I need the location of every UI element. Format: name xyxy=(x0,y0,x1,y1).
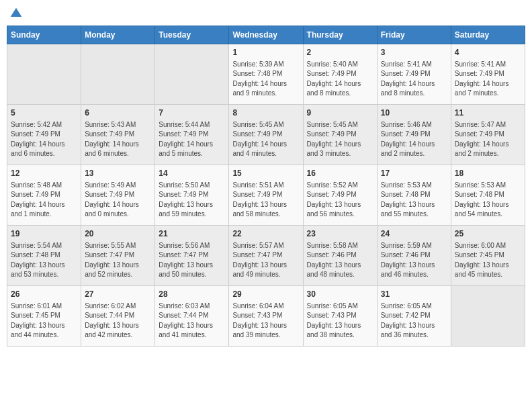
calendar-cell: 26Sunrise: 6:01 AM Sunset: 7:45 PM Dayli… xyxy=(7,286,81,347)
day-number: 29 xyxy=(232,289,299,300)
day-content: Sunrise: 5:50 AM Sunset: 7:49 PM Dayligh… xyxy=(159,181,225,220)
day-number: 24 xyxy=(381,228,447,240)
day-number: 11 xyxy=(455,107,521,119)
day-content: Sunrise: 5:40 AM Sunset: 7:49 PM Dayligh… xyxy=(307,60,373,99)
calendar-cell: 14Sunrise: 5:50 AM Sunset: 7:49 PM Dayli… xyxy=(155,165,229,226)
calendar-week-row: 19Sunrise: 5:54 AM Sunset: 7:48 PM Dayli… xyxy=(7,226,525,286)
weekday-header-row: SundayMondayTuesdayWednesdayThursdayFrid… xyxy=(7,26,525,44)
weekday-header-sunday: Sunday xyxy=(7,26,81,44)
calendar-cell: 24Sunrise: 5:59 AM Sunset: 7:46 PM Dayli… xyxy=(377,226,451,286)
calendar-cell: 27Sunrise: 6:02 AM Sunset: 7:44 PM Dayli… xyxy=(81,286,155,347)
weekday-header-tuesday: Tuesday xyxy=(155,26,229,44)
day-content: Sunrise: 5:55 AM Sunset: 7:47 PM Dayligh… xyxy=(85,241,151,280)
day-content: Sunrise: 5:39 AM Sunset: 7:48 PM Dayligh… xyxy=(232,60,299,99)
day-number: 27 xyxy=(85,289,151,300)
day-content: Sunrise: 5:54 AM Sunset: 7:48 PM Dayligh… xyxy=(11,241,77,280)
day-content: Sunrise: 5:49 AM Sunset: 7:49 PM Dayligh… xyxy=(85,181,151,220)
calendar-cell: 11Sunrise: 5:47 AM Sunset: 7:49 PM Dayli… xyxy=(451,105,525,165)
day-number: 14 xyxy=(159,168,225,179)
day-content: Sunrise: 5:52 AM Sunset: 7:49 PM Dayligh… xyxy=(307,181,373,220)
calendar-cell: 9Sunrise: 5:45 AM Sunset: 7:49 PM Daylig… xyxy=(303,105,377,165)
calendar-cell: 8Sunrise: 5:45 AM Sunset: 7:49 PM Daylig… xyxy=(229,105,303,165)
day-number: 25 xyxy=(455,228,521,240)
calendar-week-row: 1Sunrise: 5:39 AM Sunset: 7:48 PM Daylig… xyxy=(7,44,525,105)
day-number: 20 xyxy=(85,228,151,240)
weekday-header-thursday: Thursday xyxy=(303,26,377,44)
day-number: 10 xyxy=(381,107,447,119)
calendar-cell: 22Sunrise: 5:57 AM Sunset: 7:47 PM Dayli… xyxy=(229,226,303,286)
day-content: Sunrise: 5:51 AM Sunset: 7:49 PM Dayligh… xyxy=(232,181,299,220)
calendar-cell: 6Sunrise: 5:43 AM Sunset: 7:49 PM Daylig… xyxy=(81,105,155,165)
calendar-cell: 20Sunrise: 5:55 AM Sunset: 7:47 PM Dayli… xyxy=(81,226,155,286)
day-content: Sunrise: 6:05 AM Sunset: 7:43 PM Dayligh… xyxy=(307,302,373,340)
calendar-cell: 7Sunrise: 5:44 AM Sunset: 7:49 PM Daylig… xyxy=(155,105,229,165)
day-number: 2 xyxy=(307,47,373,58)
calendar-cell: 4Sunrise: 5:41 AM Sunset: 7:49 PM Daylig… xyxy=(451,44,525,105)
day-number: 30 xyxy=(307,289,373,300)
day-content: Sunrise: 5:59 AM Sunset: 7:46 PM Dayligh… xyxy=(381,241,447,280)
calendar-week-row: 5Sunrise: 5:42 AM Sunset: 7:49 PM Daylig… xyxy=(7,105,525,165)
calendar-header: SundayMondayTuesdayWednesdayThursdayFrid… xyxy=(7,26,525,44)
calendar-cell: 2Sunrise: 5:40 AM Sunset: 7:49 PM Daylig… xyxy=(303,44,377,105)
calendar-cell xyxy=(155,44,229,105)
day-number: 21 xyxy=(159,228,225,240)
day-number: 22 xyxy=(232,228,299,240)
day-number: 4 xyxy=(455,47,521,58)
day-number: 12 xyxy=(11,168,77,179)
calendar-cell: 19Sunrise: 5:54 AM Sunset: 7:48 PM Dayli… xyxy=(7,226,81,286)
calendar-cell: 17Sunrise: 5:53 AM Sunset: 7:48 PM Dayli… xyxy=(377,165,451,226)
logo xyxy=(9,7,24,20)
day-number: 26 xyxy=(11,289,77,300)
svg-marker-0 xyxy=(11,8,22,17)
day-content: Sunrise: 6:00 AM Sunset: 7:45 PM Dayligh… xyxy=(455,241,521,280)
day-number: 23 xyxy=(307,228,373,240)
calendar-cell: 16Sunrise: 5:52 AM Sunset: 7:49 PM Dayli… xyxy=(303,165,377,226)
day-content: Sunrise: 5:45 AM Sunset: 7:49 PM Dayligh… xyxy=(232,120,299,159)
calendar-cell: 18Sunrise: 5:53 AM Sunset: 7:48 PM Dayli… xyxy=(451,165,525,226)
day-number: 18 xyxy=(455,168,521,179)
day-number: 7 xyxy=(159,107,225,119)
day-content: Sunrise: 5:47 AM Sunset: 7:49 PM Dayligh… xyxy=(455,120,521,159)
calendar-cell: 28Sunrise: 6:03 AM Sunset: 7:44 PM Dayli… xyxy=(155,286,229,347)
day-content: Sunrise: 5:43 AM Sunset: 7:49 PM Dayligh… xyxy=(85,120,151,159)
calendar-cell: 10Sunrise: 5:46 AM Sunset: 7:49 PM Dayli… xyxy=(377,105,451,165)
page-header xyxy=(7,7,525,20)
day-number: 15 xyxy=(232,168,299,179)
day-content: Sunrise: 6:01 AM Sunset: 7:45 PM Dayligh… xyxy=(11,302,77,340)
calendar-cell: 23Sunrise: 5:58 AM Sunset: 7:46 PM Dayli… xyxy=(303,226,377,286)
calendar-cell: 25Sunrise: 6:00 AM Sunset: 7:45 PM Dayli… xyxy=(451,226,525,286)
weekday-header-monday: Monday xyxy=(81,26,155,44)
calendar-cell: 15Sunrise: 5:51 AM Sunset: 7:49 PM Dayli… xyxy=(229,165,303,226)
day-content: Sunrise: 5:45 AM Sunset: 7:49 PM Dayligh… xyxy=(307,120,373,159)
day-content: Sunrise: 5:46 AM Sunset: 7:49 PM Dayligh… xyxy=(381,120,447,159)
day-content: Sunrise: 5:42 AM Sunset: 7:49 PM Dayligh… xyxy=(11,120,77,159)
day-content: Sunrise: 5:48 AM Sunset: 7:49 PM Dayligh… xyxy=(11,181,77,220)
day-number: 19 xyxy=(11,228,77,240)
weekday-header-friday: Friday xyxy=(377,26,451,44)
calendar-cell: 29Sunrise: 6:04 AM Sunset: 7:43 PM Dayli… xyxy=(229,286,303,347)
day-number: 31 xyxy=(381,289,447,300)
calendar-cell: 3Sunrise: 5:41 AM Sunset: 7:49 PM Daylig… xyxy=(377,44,451,105)
calendar-cell xyxy=(451,286,525,347)
day-content: Sunrise: 6:02 AM Sunset: 7:44 PM Dayligh… xyxy=(85,302,151,340)
calendar-table: SundayMondayTuesdayWednesdayThursdayFrid… xyxy=(7,26,525,347)
day-number: 9 xyxy=(307,107,373,119)
calendar-cell: 30Sunrise: 6:05 AM Sunset: 7:43 PM Dayli… xyxy=(303,286,377,347)
calendar-cell: 21Sunrise: 5:56 AM Sunset: 7:47 PM Dayli… xyxy=(155,226,229,286)
day-content: Sunrise: 5:41 AM Sunset: 7:49 PM Dayligh… xyxy=(381,60,447,99)
day-content: Sunrise: 5:53 AM Sunset: 7:48 PM Dayligh… xyxy=(381,181,447,220)
day-content: Sunrise: 5:56 AM Sunset: 7:47 PM Dayligh… xyxy=(159,241,225,280)
day-number: 28 xyxy=(159,289,225,300)
logo-icon xyxy=(9,7,23,20)
calendar-cell: 13Sunrise: 5:49 AM Sunset: 7:49 PM Dayli… xyxy=(81,165,155,226)
calendar-cell xyxy=(81,44,155,105)
calendar-body: 1Sunrise: 5:39 AM Sunset: 7:48 PM Daylig… xyxy=(7,44,525,347)
day-number: 5 xyxy=(11,107,77,119)
day-content: Sunrise: 5:44 AM Sunset: 7:49 PM Dayligh… xyxy=(159,120,225,159)
day-content: Sunrise: 6:05 AM Sunset: 7:42 PM Dayligh… xyxy=(381,302,447,340)
weekday-header-wednesday: Wednesday xyxy=(229,26,303,44)
calendar-week-row: 26Sunrise: 6:01 AM Sunset: 7:45 PM Dayli… xyxy=(7,286,525,347)
day-content: Sunrise: 5:41 AM Sunset: 7:49 PM Dayligh… xyxy=(455,60,521,99)
day-number: 16 xyxy=(307,168,373,179)
calendar-cell xyxy=(7,44,81,105)
